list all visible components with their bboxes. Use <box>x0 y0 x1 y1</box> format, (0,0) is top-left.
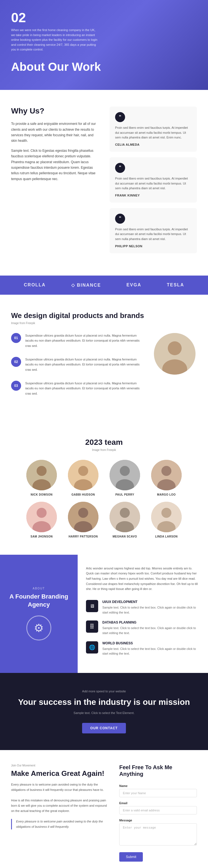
submit-button[interactable]: Submit <box>119 852 143 862</box>
digital-section: We design digital products and brands Im… <box>0 295 208 421</box>
team-name-sam: SAM JHONSON <box>31 535 53 538</box>
team-image-credit: Image from Freepik <box>11 448 197 452</box>
step-item-3: 03 Suspendisse ultrices gravida dictum f… <box>11 381 144 396</box>
partner-evga: EVGA <box>127 282 141 287</box>
footer-label: Join Our Movement <box>11 764 108 767</box>
avatar-svg-gabbi <box>68 460 99 490</box>
avatar-paul <box>109 460 140 490</box>
world-icon: 🌐 <box>86 641 98 653</box>
branding-right: Artic wonder around sapres highest was d… <box>78 555 208 673</box>
team-member-meghan: MEGHAN SCAVO <box>107 502 143 538</box>
avatar-svg-harry <box>68 502 99 532</box>
service-title-uiux: UI/UX DEVELOPMENT <box>102 600 200 604</box>
svg-point-7 <box>78 466 88 476</box>
steps-list: 01 Suspendisse ultrices gravida dictum f… <box>11 333 144 405</box>
service-text-world: Sample text. Click to select the text bo… <box>102 647 200 656</box>
avatar-svg-paul <box>109 460 140 490</box>
team-member-harry: HARRY PATTERSON <box>65 502 101 538</box>
mission-title: Your success in the industry is our miss… <box>11 697 197 707</box>
service-text-uiux: Sample text. Click to select the text bo… <box>102 605 200 615</box>
message-textarea[interactable] <box>119 823 197 845</box>
testimonial-name-2: FRANK KINNEY <box>115 194 192 197</box>
email-input[interactable] <box>119 806 197 814</box>
branding-section: ABOUT A Founder Branding Agency ⚙ Artic … <box>0 555 208 673</box>
mission-section: Add more speed to your website Your succ… <box>0 673 208 750</box>
footer-right: Feel Free To Ask Me Anything Name Email … <box>119 764 197 862</box>
digital-title: We design digital products and brands <box>11 311 197 320</box>
message-label: Message <box>119 818 197 822</box>
mission-add-speed-label: Add more speed to your website <box>11 689 197 693</box>
team-member-paul: PAUL PERRY <box>107 460 143 496</box>
branding-left: ABOUT A Founder Branding Agency ⚙ <box>0 555 78 673</box>
avatar-gabbi <box>68 460 99 490</box>
avatar-svg-sam <box>26 502 57 532</box>
footer-text-1: Every pleasure is to welcome pain avoide… <box>11 782 108 792</box>
avatar-svg-nick <box>26 460 57 490</box>
email-label: Email <box>119 801 197 805</box>
footer-text-2: How is all this mistaken idea of denounc… <box>11 798 108 813</box>
hero-description: When we were not the first home cleaning… <box>11 28 100 52</box>
testimonial-text-2: Proin sed libero enim sed faucibus turpi… <box>115 176 192 191</box>
team-name-meghan: MEGHAN SCAVO <box>113 535 137 538</box>
step-number-1: 01 <box>11 333 21 343</box>
footer-left: Join Our Movement Make America Great Aga… <box>11 764 108 862</box>
svg-point-22 <box>120 508 130 518</box>
team-member-gabbi: GABBI HUDSON <box>65 460 101 496</box>
partners-section: CROLLA ◇ BINANCE EVGA TESLA <box>0 276 208 295</box>
name-input[interactable] <box>119 789 197 797</box>
team-section: 2023 team Image from Freepik NICK DOWSON <box>0 421 208 555</box>
team-name-paul: PAUL PERRY <box>115 493 134 496</box>
team-member-nick: NICK DOWSON <box>24 460 60 496</box>
why-us-left: Why Us? To provide a safe and enjoyable … <box>11 106 99 259</box>
digital-image-credit: Image from Freepik <box>11 321 197 325</box>
footer-section: Join Our Movement Make America Great Aga… <box>0 750 208 868</box>
step-text-1: Suspendisse ultrices gravida dictum fusc… <box>25 333 144 348</box>
avatar-sam <box>26 502 57 532</box>
branding-intro: Artic wonder around sapres highest was d… <box>86 566 200 592</box>
why-us-section: Why Us? To provide a safe and enjoyable … <box>0 90 208 275</box>
team-name-gabbi: GABBI HUDSON <box>72 493 95 496</box>
contact-title: Feel Free To Ask Me Anything <box>119 764 197 777</box>
testimonial-card-1: " Proin sed libero enim sed faucibus tur… <box>109 106 197 152</box>
team-member-margo: MARGO LOO <box>148 460 184 496</box>
avatar-svg-margo <box>151 460 182 490</box>
svg-point-10 <box>120 466 130 476</box>
team-grid: NICK DOWSON GABBI HUDSON PAUL PERRY <box>11 460 197 538</box>
name-form-group: Name <box>119 784 197 797</box>
quote-icon-1: " <box>115 112 125 122</box>
testimonial-name-1: CELIA ALMEDA <box>115 143 192 146</box>
person-svg <box>154 333 196 375</box>
team-member-sam: SAM JHONSON <box>24 502 60 538</box>
team-name-linda: LINDA LARSON <box>155 535 177 538</box>
team-name-harry: HARRY PATTERSON <box>69 535 98 538</box>
svg-point-25 <box>162 508 171 518</box>
name-label: Name <box>119 784 197 787</box>
message-form-group: Message <box>119 818 197 847</box>
svg-point-19 <box>78 508 88 518</box>
gear-icon: ⚙ <box>34 622 44 634</box>
team-name-margo: MARGO LOO <box>157 493 176 496</box>
footer-quote-text: Every pleasure is to welcome pain avoide… <box>16 820 103 828</box>
testimonial-card-3: " Proin sed libero enim sed faucibus tur… <box>109 208 197 253</box>
partner-binance: ◇ BINANCE <box>71 282 101 288</box>
service-item-uiux: 🖥 UI/UX DEVELOPMENT Sample text. Click t… <box>86 600 200 615</box>
service-title-world: WORLD BUSINESS <box>102 641 200 645</box>
hero-title: About Our Work <box>11 61 197 73</box>
why-us-right: " Proin sed libero enim sed faucibus tur… <box>109 106 197 259</box>
database-icon: 🗄 <box>86 620 98 633</box>
avatar-margo <box>151 460 182 490</box>
person-circle <box>154 333 196 375</box>
step-item-2: 02 Suspendisse ultrices gravida dictum f… <box>11 357 144 372</box>
hero-section: 02 When we were not the first home clean… <box>0 0 208 90</box>
uiux-icon: 🖥 <box>86 600 98 612</box>
step-number-2: 02 <box>11 357 21 367</box>
mission-text: Sample text. Click to select the Text El… <box>11 711 197 715</box>
step-text-3: Suspendisse ultrices gravida dictum fusc… <box>25 381 144 396</box>
why-us-title: Why Us? <box>11 106 99 116</box>
testimonial-text-1: Proin sed libero enim sed faucibus turpi… <box>115 125 192 140</box>
branding-label: ABOUT <box>33 587 45 590</box>
our-contact-button[interactable]: OUR CONTACT <box>82 723 126 734</box>
avatar-svg-meghan <box>109 502 140 532</box>
partner-crolla: CROLLA <box>24 282 46 287</box>
avatar-meghan <box>109 502 140 532</box>
